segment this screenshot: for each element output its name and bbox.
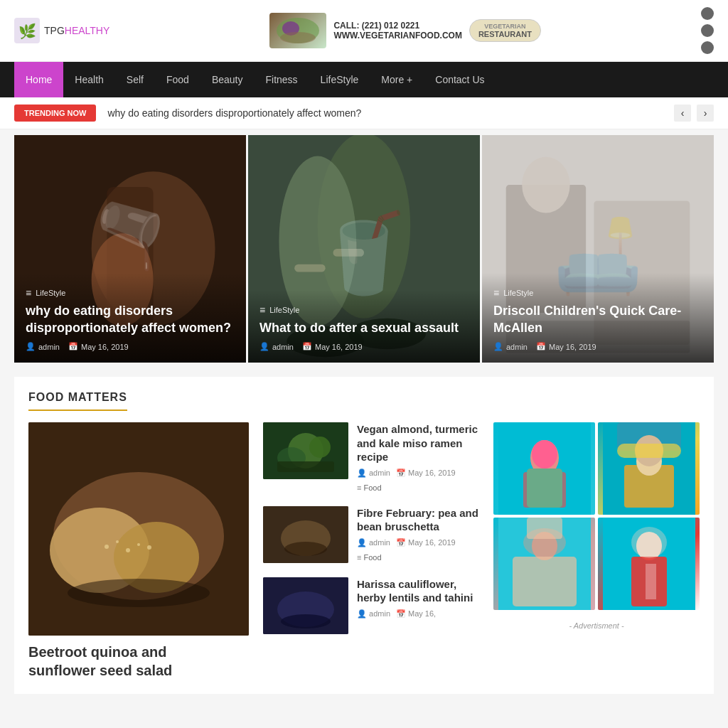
svg-rect-68: [617, 444, 681, 458]
restaurant-badge: VEGETARIAN RESTAURANT: [469, 19, 541, 42]
svg-point-39: [126, 548, 130, 552]
food-main-image: [28, 422, 249, 636]
food-matters-title: FOOD MATTERS: [28, 391, 127, 411]
food-thumb-3: [263, 577, 348, 634]
svg-point-36: [68, 579, 210, 607]
trending-text: why do eating disorders disproportionate…: [107, 107, 674, 119]
svg-point-56: [281, 614, 331, 628]
hero-card-1-category: LifeStyle: [26, 287, 65, 299]
food-thumb-2: [263, 506, 348, 563]
food-list-content-2: Fibre February: pea and bean bruschetta …: [357, 506, 479, 562]
hero-card-1-overlay: LifeStyle why do eating disorders dispro…: [14, 273, 246, 363]
hero-card-3-author: 👤 admin: [493, 342, 528, 351]
nav-item-fitness[interactable]: Fitness: [254, 62, 309, 97]
logo-icon: 🌿: [14, 18, 40, 43]
trending-badge: TRENDING NOW: [14, 105, 96, 122]
svg-point-5: [280, 32, 316, 43]
food-article-1-meta: 👤 admin 📅 May 16, 2019 ≡ Food: [357, 469, 479, 492]
social-icon-3[interactable]: [701, 41, 714, 54]
hero-card-3[interactable]: 🛋️ LifeStyle Driscoll Children's Quick C…: [482, 135, 714, 363]
header-contact: CALL: (221) 012 0221 WWW.VEGETARIANFOOD.…: [333, 21, 461, 41]
svg-rect-71: [513, 557, 577, 606]
hero-card-2-title: What to do after a sexual assault: [259, 320, 469, 336]
ad-label: - Advertisment -: [493, 621, 700, 630]
nav-item-beauty[interactable]: Beauty: [200, 62, 255, 97]
hero-card-2-overlay: LifeStyle What to do after a sexual assa…: [248, 290, 480, 363]
photo-cell-1: [493, 422, 595, 515]
trending-prev-button[interactable]: ‹: [674, 105, 691, 122]
header-center: CALL: (221) 012 0221 WWW.VEGETARIANFOOD.…: [269, 13, 540, 48]
nav-item-food[interactable]: Food: [155, 62, 200, 97]
food-article-1-author: 👤 admin: [357, 469, 390, 478]
hero-card-2-author: 👤 admin: [259, 342, 294, 351]
food-article-2-category: ≡ Food: [357, 553, 382, 562]
hero-card-1-author: 👤 admin: [26, 342, 60, 351]
svg-point-78: [631, 527, 667, 558]
social-icon-1[interactable]: [701, 7, 714, 20]
nav-item-more[interactable]: More +: [370, 62, 424, 97]
food-article-1-date: 📅 May 16, 2019: [396, 469, 456, 478]
food-list-content-1: Vegan almond, turmeric and kale miso ram…: [357, 422, 479, 492]
main-navigation: Home Health Self Food Beauty Fitness Lif…: [0, 62, 728, 97]
food-list-item-1[interactable]: Vegan almond, turmeric and kale miso ram…: [263, 422, 479, 492]
nav-item-self[interactable]: Self: [115, 62, 155, 97]
hero-card-1-meta: 👤 admin 📅 May 16, 2019: [26, 342, 235, 351]
food-thumb-1: [263, 422, 348, 479]
hero-card-2-category: LifeStyle: [259, 304, 299, 316]
food-article-3-date: 📅 May 16,: [396, 609, 436, 619]
nav-item-home[interactable]: Home: [14, 62, 63, 97]
food-main-title: Beetroot quinoa and sunflower seed salad: [28, 643, 249, 680]
food-article-1-category: ≡ Food: [357, 483, 382, 492]
svg-text:🫗: 🫗: [92, 199, 169, 272]
svg-point-40: [137, 543, 140, 546]
logo[interactable]: 🌿 TPGHEALTHY: [14, 18, 109, 43]
hero-card-1[interactable]: 🫗 LifeStyle why do eating disorders disp…: [14, 135, 246, 363]
photo-cell-3: [493, 518, 595, 610]
hero-card-2[interactable]: 🥤 LifeStyle What to do after a sexual as…: [248, 135, 480, 363]
trending-bar: TRENDING NOW why do eating disorders dis…: [0, 97, 728, 129]
nav-item-lifestyle[interactable]: LifeStyle: [309, 62, 370, 97]
svg-point-38: [116, 540, 119, 543]
header-top: 🌿 TPGHEALTHY CALL: (221) 012 0221 WWW.VE…: [0, 0, 728, 62]
food-article-2-date: 📅 May 16, 2019: [396, 538, 456, 547]
nav-item-health[interactable]: Health: [63, 62, 114, 97]
header-social-icons: [701, 7, 714, 54]
food-article-3-title: Harissa cauliflower, herby lentils and t…: [357, 577, 479, 605]
hero-grid: 🫗 LifeStyle why do eating disorders disp…: [14, 135, 714, 363]
hero-card-2-date: 📅 May 16, 2019: [302, 342, 363, 351]
svg-rect-73: [527, 518, 562, 539]
hero-card-3-meta: 👤 admin 📅 May 16, 2019: [493, 342, 702, 351]
svg-point-24: [522, 157, 569, 213]
food-matters-section: FOOD MATTERS: [14, 377, 714, 694]
hero-card-3-category: LifeStyle: [493, 287, 533, 299]
svg-rect-46: [277, 461, 334, 472]
nav-item-contact[interactable]: Contact Us: [424, 62, 496, 97]
social-icon-2[interactable]: [701, 24, 714, 37]
photo-cell-2: [598, 422, 700, 515]
svg-point-37: [105, 545, 109, 549]
trending-next-button[interactable]: ›: [697, 105, 714, 122]
food-article-3-author: 👤 admin: [357, 609, 390, 619]
food-article-2-title: Fibre February: pea and bean bruschetta: [357, 506, 479, 534]
advertisement-sidebar: - Advertisment -: [493, 422, 700, 680]
food-list-content-3: Harissa cauliflower, herby lentils and t…: [357, 577, 479, 619]
hero-card-1-date: 📅 May 16, 2019: [68, 342, 129, 351]
svg-point-41: [147, 545, 151, 550]
trending-navigation: ‹ ›: [674, 105, 714, 122]
svg-rect-77: [646, 564, 656, 599]
hero-card-3-date: 📅 May 16, 2019: [536, 342, 596, 351]
hero-card-3-title: Driscoll Children's Quick Care-McAllen: [493, 303, 702, 336]
food-list-item-3[interactable]: Harissa cauliflower, herby lentils and t…: [263, 577, 479, 634]
svg-point-61: [532, 440, 557, 469]
svg-text:🌿: 🌿: [18, 23, 36, 40]
svg-text:🥤: 🥤: [316, 208, 412, 299]
header-food-image: [269, 13, 326, 48]
food-main-article[interactable]: Beetroot quinoa and sunflower seed salad: [28, 422, 249, 680]
food-section-grid: Beetroot quinoa and sunflower seed salad: [28, 422, 700, 680]
svg-rect-62: [527, 469, 562, 508]
hero-card-3-overlay: LifeStyle Driscoll Children's Quick Care…: [482, 273, 714, 363]
food-list-item-2[interactable]: Fibre February: pea and bean bruschetta …: [263, 506, 479, 563]
food-article-2-author: 👤 admin: [357, 538, 390, 547]
photo-grid: [493, 422, 700, 610]
food-articles-list: Vegan almond, turmeric and kale miso ram…: [263, 422, 479, 680]
